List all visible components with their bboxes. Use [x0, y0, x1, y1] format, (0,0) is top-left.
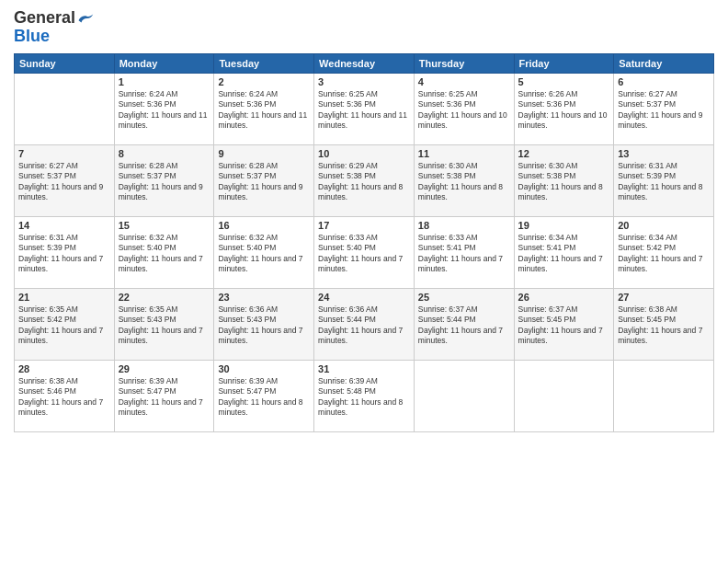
weekday-header-friday: Friday [514, 53, 614, 73]
cell-info: Sunrise: 6:35 AM Sunset: 5:43 PM Dayligh… [119, 304, 210, 347]
calendar-week-3: 14Sunrise: 6:31 AM Sunset: 5:39 PM Dayli… [15, 216, 714, 288]
day-number: 12 [518, 148, 610, 159]
calendar-cell [15, 73, 115, 144]
calendar-cell: 10Sunrise: 6:29 AM Sunset: 5:38 PM Dayli… [314, 144, 415, 216]
calendar-cell: 1Sunrise: 6:24 AM Sunset: 5:36 PM Daylig… [114, 73, 214, 144]
day-number: 30 [218, 363, 310, 374]
cell-info: Sunrise: 6:39 AM Sunset: 5:47 PM Dayligh… [119, 376, 210, 419]
cell-info: Sunrise: 6:34 AM Sunset: 5:42 PM Dayligh… [618, 233, 710, 275]
cell-info: Sunrise: 6:34 AM Sunset: 5:41 PM Dayligh… [518, 233, 610, 275]
day-number: 3 [318, 76, 410, 87]
weekday-header-thursday: Thursday [414, 53, 514, 73]
day-number: 25 [418, 292, 510, 303]
header: General Blue [14, 9, 714, 46]
logo-bird-icon [77, 10, 94, 27]
cell-info: Sunrise: 6:31 AM Sunset: 5:39 PM Dayligh… [18, 233, 110, 275]
calendar-cell: 21Sunrise: 6:35 AM Sunset: 5:42 PM Dayli… [15, 288, 115, 360]
calendar-cell: 6Sunrise: 6:27 AM Sunset: 5:37 PM Daylig… [614, 73, 714, 144]
day-number: 21 [18, 292, 110, 303]
cell-info: Sunrise: 6:39 AM Sunset: 5:48 PM Dayligh… [318, 376, 410, 419]
weekday-header-sunday: Sunday [15, 53, 115, 73]
weekday-header-saturday: Saturday [614, 53, 714, 73]
calendar-cell: 13Sunrise: 6:31 AM Sunset: 5:39 PM Dayli… [614, 144, 714, 216]
cell-info: Sunrise: 6:33 AM Sunset: 5:41 PM Dayligh… [418, 233, 510, 275]
cell-info: Sunrise: 6:27 AM Sunset: 5:37 PM Dayligh… [18, 161, 110, 203]
cell-info: Sunrise: 6:33 AM Sunset: 5:40 PM Dayligh… [318, 233, 410, 275]
calendar-cell: 16Sunrise: 6:32 AM Sunset: 5:40 PM Dayli… [214, 216, 314, 288]
cell-info: Sunrise: 6:28 AM Sunset: 5:37 PM Dayligh… [119, 161, 210, 203]
calendar-cell: 9Sunrise: 6:28 AM Sunset: 5:37 PM Daylig… [214, 144, 314, 216]
weekday-header-row: SundayMondayTuesdayWednesdayThursdayFrid… [15, 53, 714, 73]
day-number: 5 [518, 76, 610, 87]
calendar-cell [414, 360, 514, 431]
day-number: 15 [119, 220, 210, 231]
calendar-cell: 3Sunrise: 6:25 AM Sunset: 5:36 PM Daylig… [314, 73, 415, 144]
cell-info: Sunrise: 6:35 AM Sunset: 5:42 PM Dayligh… [18, 304, 110, 347]
page: General Blue SundayMondayTuesdayWednesda… [0, 0, 728, 563]
weekday-header-monday: Monday [114, 53, 214, 73]
cell-info: Sunrise: 6:27 AM Sunset: 5:37 PM Dayligh… [618, 89, 710, 132]
cell-info: Sunrise: 6:36 AM Sunset: 5:43 PM Dayligh… [218, 304, 310, 347]
day-number: 11 [418, 148, 510, 159]
cell-info: Sunrise: 6:32 AM Sunset: 5:40 PM Dayligh… [119, 233, 210, 275]
cell-info: Sunrise: 6:24 AM Sunset: 5:36 PM Dayligh… [218, 89, 310, 132]
calendar-table: SundayMondayTuesdayWednesdayThursdayFrid… [14, 53, 714, 432]
calendar-cell: 29Sunrise: 6:39 AM Sunset: 5:47 PM Dayli… [114, 360, 214, 431]
day-number: 16 [218, 220, 310, 231]
calendar-cell: 14Sunrise: 6:31 AM Sunset: 5:39 PM Dayli… [15, 216, 115, 288]
calendar-cell: 12Sunrise: 6:30 AM Sunset: 5:38 PM Dayli… [514, 144, 614, 216]
calendar-week-1: 1Sunrise: 6:24 AM Sunset: 5:36 PM Daylig… [15, 73, 714, 144]
calendar-week-4: 21Sunrise: 6:35 AM Sunset: 5:42 PM Dayli… [15, 288, 714, 360]
cell-info: Sunrise: 6:30 AM Sunset: 5:38 PM Dayligh… [418, 161, 510, 203]
calendar-cell: 27Sunrise: 6:38 AM Sunset: 5:45 PM Dayli… [614, 288, 714, 360]
calendar-cell: 15Sunrise: 6:32 AM Sunset: 5:40 PM Dayli… [114, 216, 214, 288]
calendar-cell: 19Sunrise: 6:34 AM Sunset: 5:41 PM Dayli… [514, 216, 614, 288]
day-number: 18 [418, 220, 510, 231]
calendar-week-2: 7Sunrise: 6:27 AM Sunset: 5:37 PM Daylig… [15, 144, 714, 216]
calendar-cell: 17Sunrise: 6:33 AM Sunset: 5:40 PM Dayli… [314, 216, 415, 288]
weekday-header-tuesday: Tuesday [214, 53, 314, 73]
calendar-cell: 8Sunrise: 6:28 AM Sunset: 5:37 PM Daylig… [114, 144, 214, 216]
calendar-cell: 26Sunrise: 6:37 AM Sunset: 5:45 PM Dayli… [514, 288, 614, 360]
calendar-cell [514, 360, 614, 431]
day-number: 4 [418, 76, 510, 87]
day-number: 7 [18, 148, 110, 159]
day-number: 13 [618, 148, 710, 159]
calendar-cell: 25Sunrise: 6:37 AM Sunset: 5:44 PM Dayli… [414, 288, 514, 360]
cell-info: Sunrise: 6:29 AM Sunset: 5:38 PM Dayligh… [318, 161, 410, 203]
calendar-cell: 11Sunrise: 6:30 AM Sunset: 5:38 PM Dayli… [414, 144, 514, 216]
cell-info: Sunrise: 6:38 AM Sunset: 5:46 PM Dayligh… [18, 376, 110, 419]
day-number: 23 [218, 292, 310, 303]
calendar-cell: 7Sunrise: 6:27 AM Sunset: 5:37 PM Daylig… [15, 144, 115, 216]
day-number: 22 [119, 292, 210, 303]
calendar-cell [614, 360, 714, 431]
day-number: 9 [218, 148, 310, 159]
day-number: 27 [618, 292, 710, 303]
calendar-cell: 5Sunrise: 6:26 AM Sunset: 5:36 PM Daylig… [514, 73, 614, 144]
day-number: 19 [518, 220, 610, 231]
calendar-cell: 23Sunrise: 6:36 AM Sunset: 5:43 PM Dayli… [214, 288, 314, 360]
logo: General Blue [14, 9, 94, 46]
calendar-cell: 31Sunrise: 6:39 AM Sunset: 5:48 PM Dayli… [314, 360, 415, 431]
calendar-cell: 22Sunrise: 6:35 AM Sunset: 5:43 PM Dayli… [114, 288, 214, 360]
day-number: 28 [18, 363, 110, 374]
calendar-cell: 24Sunrise: 6:36 AM Sunset: 5:44 PM Dayli… [314, 288, 415, 360]
cell-info: Sunrise: 6:31 AM Sunset: 5:39 PM Dayligh… [618, 161, 710, 203]
cell-info: Sunrise: 6:37 AM Sunset: 5:45 PM Dayligh… [518, 304, 610, 347]
cell-info: Sunrise: 6:26 AM Sunset: 5:36 PM Dayligh… [518, 89, 610, 132]
day-number: 29 [119, 363, 210, 374]
day-number: 24 [318, 292, 410, 303]
day-number: 26 [518, 292, 610, 303]
calendar-cell: 28Sunrise: 6:38 AM Sunset: 5:46 PM Dayli… [15, 360, 115, 431]
day-number: 14 [18, 220, 110, 231]
cell-info: Sunrise: 6:38 AM Sunset: 5:45 PM Dayligh… [618, 304, 710, 347]
cell-info: Sunrise: 6:25 AM Sunset: 5:36 PM Dayligh… [418, 89, 510, 132]
cell-info: Sunrise: 6:24 AM Sunset: 5:36 PM Dayligh… [119, 89, 210, 132]
day-number: 8 [119, 148, 210, 159]
cell-info: Sunrise: 6:39 AM Sunset: 5:47 PM Dayligh… [218, 376, 310, 419]
day-number: 6 [618, 76, 710, 87]
logo-general: General [14, 9, 75, 28]
calendar-cell: 18Sunrise: 6:33 AM Sunset: 5:41 PM Dayli… [414, 216, 514, 288]
logo-blue: Blue [14, 28, 50, 46]
cell-info: Sunrise: 6:32 AM Sunset: 5:40 PM Dayligh… [218, 233, 310, 275]
